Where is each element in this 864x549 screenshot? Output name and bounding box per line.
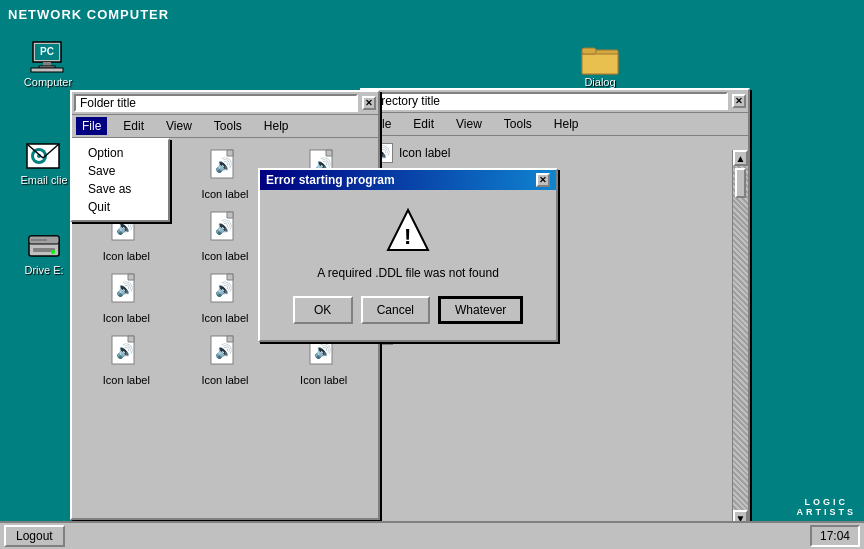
file-icon: 🔊 [207, 210, 243, 250]
warning-icon: ! [384, 206, 432, 254]
file-icon: 🔊 [207, 272, 243, 312]
grid-icon-8[interactable]: 🔊 Icon label [181, 272, 270, 324]
error-dialog: Error starting program ✕ ! A required .D… [258, 168, 558, 342]
directory-menubar: File Edit View Tools Help [362, 113, 748, 136]
file-icon: 🔊 [207, 334, 243, 374]
folder-menu-help[interactable]: Help [258, 117, 295, 135]
dialog-cancel-btn[interactable]: Cancel [361, 296, 430, 324]
svg-text:🔊: 🔊 [116, 281, 134, 298]
desktop-icon-computer-label: Computer [24, 76, 72, 88]
svg-rect-19 [582, 54, 618, 74]
svg-text:🔊: 🔊 [215, 157, 233, 174]
scroll-up-btn[interactable]: ▲ [733, 150, 748, 166]
dialog-buttons: OK Cancel Whatever [276, 296, 540, 324]
taskbar-time: 17:04 [810, 525, 860, 547]
taskbar-top-title: NETWORK COMPUTER [8, 7, 169, 22]
grid-icon-5-label: Icon label [201, 250, 248, 262]
dialog-titlebar: Error starting program ✕ [260, 170, 556, 190]
grid-icon-10[interactable]: 🔊 Icon label [82, 334, 171, 386]
taskbar-top: NETWORK COMPUTER [0, 0, 864, 28]
grid-icon-11-label: Icon label [201, 374, 248, 386]
directory-title-input[interactable] [364, 92, 728, 110]
scroll-thumb[interactable] [735, 168, 746, 198]
grid-icon-2-label: Icon label [201, 188, 248, 200]
menu-save-as[interactable]: Save as [72, 180, 168, 198]
svg-text:🔊: 🔊 [215, 281, 233, 298]
svg-text:!: ! [404, 224, 411, 249]
grid-icon-7[interactable]: 🔊 Icon label [82, 272, 171, 324]
grid-icon-4-label: Icon label [103, 250, 150, 262]
folder-menubar: File Edit View Tools Help [72, 115, 378, 138]
drive-icon [25, 228, 63, 264]
svg-text:🔊: 🔊 [314, 343, 332, 360]
grid-icon-12-label: Icon label [300, 374, 347, 386]
folder-close-btn[interactable]: ✕ [362, 96, 376, 110]
dialog-whatever-btn[interactable]: Whatever [438, 296, 523, 324]
svg-text:🔊: 🔊 [215, 219, 233, 236]
computer-icon: PC [29, 40, 67, 76]
dir-menu-view[interactable]: View [450, 115, 488, 133]
folder-menu-view[interactable]: View [160, 117, 198, 135]
dialog-content: ! A required .DDL file was not found OK … [260, 190, 556, 340]
dialog-ok-btn[interactable]: OK [293, 296, 353, 324]
desktop-icon-dialog-folder[interactable]: Dialog [570, 40, 630, 88]
svg-rect-4 [31, 68, 63, 72]
logo: LOGIC ARTISTS [796, 497, 856, 517]
dir-menu-edit[interactable]: Edit [407, 115, 440, 133]
grid-icon-5[interactable]: 🔊 Icon label [181, 210, 270, 262]
directory-close-btn[interactable]: ✕ [732, 94, 746, 108]
dialog-message: A required .DDL file was not found [276, 266, 540, 280]
menu-option[interactable]: Option [72, 144, 168, 162]
menu-save[interactable]: Save [72, 162, 168, 180]
desktop-icon-email[interactable]: Email clie [14, 138, 74, 186]
grid-icon-11[interactable]: 🔊 Icon label [181, 334, 270, 386]
svg-text:🔊: 🔊 [215, 343, 233, 360]
dir-menu-tools[interactable]: Tools [498, 115, 538, 133]
grid-icon-8-label: Icon label [201, 312, 248, 324]
file-icon: 🔊 [207, 148, 243, 188]
dir-item-label-1: Icon label [399, 146, 450, 160]
dir-menu-help[interactable]: Help [548, 115, 585, 133]
grid-icon-10-label: Icon label [103, 374, 150, 386]
taskbar-bottom: Logout 17:04 [0, 521, 864, 549]
directory-titlebar: ✕ [362, 90, 748, 113]
svg-rect-20 [582, 48, 596, 54]
file-icon: 🔊 [108, 272, 144, 312]
desktop-icon-email-label: Email clie [20, 174, 67, 186]
svg-text:🔊: 🔊 [116, 343, 134, 360]
folder-menu-edit[interactable]: Edit [117, 117, 150, 135]
folder-menu-file[interactable]: File [76, 117, 107, 135]
scroll-track [733, 166, 748, 510]
folder-titlebar: ✕ [72, 92, 378, 115]
grid-icon-7-label: Icon label [103, 312, 150, 324]
logout-btn[interactable]: Logout [4, 525, 65, 547]
file-dropdown-menu: Option Save Save as Quit [70, 138, 170, 222]
desktop-icon-dialog-label: Dialog [584, 76, 615, 88]
grid-icon-2[interactable]: 🔊 Icon label [181, 148, 270, 200]
svg-rect-2 [43, 62, 51, 66]
dir-list-item-1[interactable]: 🔊 Icon label [366, 140, 744, 166]
desktop-icon-drive-label: Drive E: [24, 264, 63, 276]
svg-rect-17 [31, 239, 47, 241]
menu-quit[interactable]: Quit [72, 198, 168, 216]
logo-line1: LOGIC [796, 497, 856, 507]
svg-text:PC: PC [40, 46, 54, 57]
folder-title-input[interactable] [74, 94, 358, 112]
logo-line2: ARTISTS [796, 507, 856, 517]
folder-icon [580, 40, 620, 76]
dialog-title: Error starting program [266, 173, 395, 187]
svg-point-16 [51, 250, 55, 254]
dialog-close-btn[interactable]: ✕ [536, 173, 550, 187]
desktop-icon-computer[interactable]: PC Computer [18, 40, 78, 88]
desktop-icon-drive[interactable]: Drive E: [14, 228, 74, 276]
folder-menu-tools[interactable]: Tools [208, 117, 248, 135]
email-icon [25, 138, 63, 174]
file-icon: 🔊 [108, 334, 144, 374]
directory-scrollbar[interactable]: ▲ ▼ [732, 150, 748, 526]
